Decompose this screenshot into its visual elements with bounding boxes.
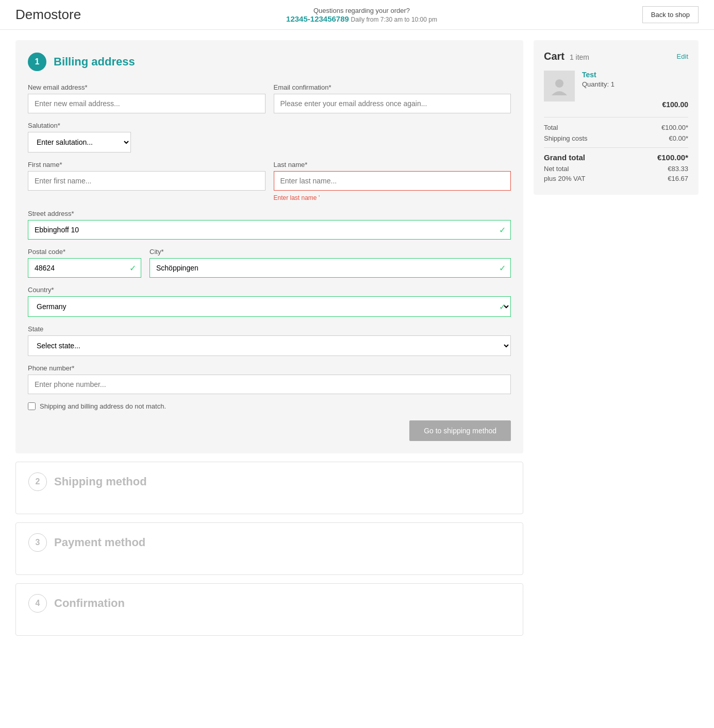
country-check-icon: ✓ — [499, 302, 506, 312]
first-name-label: First name* — [28, 161, 265, 168]
last-name-group: Last name* Enter last name ' — [274, 161, 511, 201]
step-4-badge: 4 — [28, 594, 47, 613]
step-2-badge: 2 — [28, 472, 47, 491]
last-name-error: Enter last name ' — [274, 194, 511, 201]
payment-title: Payment method — [54, 536, 145, 549]
contact-info: Questions regarding your order? 12345-12… — [286, 7, 437, 23]
city-input-wrapper: ✓ — [150, 258, 511, 278]
cart-shipping-row: Shipping costs €0.00* — [544, 134, 688, 142]
cart-title-area: Cart 1 item — [544, 50, 589, 62]
postal-city-row: Postal code* ✓ City* ✓ — [28, 248, 511, 278]
state-select[interactable]: Select state... — [28, 335, 511, 356]
step-3-badge: 3 — [28, 533, 47, 552]
payment-header: 3 Payment method — [28, 533, 510, 552]
street-input[interactable] — [28, 220, 511, 240]
email-confirm-label: Email confirmation* — [274, 83, 511, 91]
cart-item-name: Test — [582, 71, 688, 79]
shipping-title: Shipping method — [54, 475, 147, 488]
phone-input[interactable] — [28, 375, 511, 394]
salutation-label: Salutation* — [28, 122, 131, 129]
logo: Demostore — [15, 7, 81, 23]
postal-input[interactable] — [28, 258, 141, 278]
email-confirm-group: Email confirmation* — [274, 83, 511, 113]
city-check-icon: ✓ — [499, 263, 506, 273]
street-input-wrapper: ✓ — [28, 220, 511, 240]
last-name-label: Last name* — [274, 161, 511, 168]
net-total-label: Net total — [544, 165, 569, 173]
country-select[interactable]: Germany United States United Kingdom — [28, 296, 511, 317]
contact-question: Questions regarding your order? — [286, 7, 437, 14]
cart-column: Cart 1 item Edit Test Quantity: 1 €100.0… — [534, 40, 699, 644]
cart-header: Cart 1 item Edit — [544, 50, 688, 62]
shipping-header: 2 Shipping method — [28, 472, 510, 491]
cart-item-image — [544, 71, 575, 101]
country-group: Country* Germany United States United Ki… — [28, 286, 511, 317]
cart-title: Cart — [544, 50, 564, 62]
billing-header: 1 Billing address — [28, 53, 511, 71]
address-match-checkbox[interactable] — [28, 402, 36, 410]
last-name-input[interactable] — [274, 171, 511, 191]
total-value: €100.00* — [661, 124, 688, 131]
cart-panel: Cart 1 item Edit Test Quantity: 1 €100.0… — [534, 40, 699, 195]
salutation-select[interactable]: Enter salutation... Mr. Mrs. — [28, 132, 131, 153]
salutation-group: Salutation* Enter salutation... Mr. Mrs. — [28, 122, 131, 153]
confirmation-title: Confirmation — [54, 597, 125, 610]
vat-value: €16.67 — [668, 175, 688, 182]
street-group: Street address* ✓ — [28, 210, 511, 240]
email-confirm-input[interactable] — [274, 94, 511, 113]
cart-grand-total-row: Grand total €100.00* — [544, 147, 688, 162]
email-input[interactable] — [28, 94, 265, 113]
email-row: New email address* Email confirmation* — [28, 83, 511, 113]
grand-total-value: €100.00* — [657, 153, 688, 162]
first-name-group: First name* — [28, 161, 265, 201]
cart-divider — [544, 117, 688, 117]
svg-point-0 — [555, 79, 563, 88]
left-column: 1 Billing address New email address* Ema… — [15, 40, 523, 644]
country-row: Country* Germany United States United Ki… — [28, 286, 511, 317]
logo-light: store — [51, 7, 81, 22]
country-select-wrapper: Germany United States United Kingdom ✓ — [28, 296, 511, 317]
cart-item: Test Quantity: 1 €100.00 — [544, 71, 688, 109]
city-input[interactable] — [150, 258, 511, 278]
cart-item-info: Test Quantity: 1 €100.00 — [582, 71, 688, 109]
cart-edit-link[interactable]: Edit — [677, 53, 688, 60]
shipping-label: Shipping costs — [544, 134, 588, 142]
hours-text: Daily from 7:30 am to 10:00 pm — [351, 16, 437, 23]
shipping-method-section: 2 Shipping method — [15, 462, 523, 514]
street-check-icon: ✓ — [499, 225, 506, 235]
confirmation-header: 4 Confirmation — [28, 594, 510, 613]
total-label: Total — [544, 124, 558, 131]
salutation-row: Salutation* Enter salutation... Mr. Mrs. — [28, 122, 511, 153]
street-row: Street address* ✓ — [28, 210, 511, 240]
billing-title: Billing address — [54, 55, 135, 69]
state-row: State Select state... — [28, 325, 511, 356]
vat-label: plus 20% VAT — [544, 175, 585, 182]
grand-total-label: Grand total — [544, 153, 585, 162]
name-row: First name* Last name* Enter last name ' — [28, 161, 511, 201]
cart-item-price: €100.00 — [582, 100, 688, 109]
state-group: State Select state... — [28, 325, 511, 356]
postal-label: Postal code* — [28, 248, 141, 256]
phone-label: Phone number* — [28, 364, 511, 372]
cart-count: 1 item — [570, 53, 589, 61]
cart-net-row: Net total €83.33 — [544, 165, 688, 173]
main-layout: 1 Billing address New email address* Ema… — [0, 30, 714, 654]
shipping-value: €0.00* — [669, 134, 688, 142]
confirmation-section: 4 Confirmation — [15, 583, 523, 636]
billing-section: 1 Billing address New email address* Ema… — [15, 40, 523, 453]
email-group: New email address* — [28, 83, 265, 113]
phone-row: Phone number* — [28, 364, 511, 394]
postal-group: Postal code* ✓ — [28, 248, 141, 278]
phone-link[interactable]: 12345-123456789 — [286, 14, 349, 23]
payment-method-section: 3 Payment method — [15, 522, 523, 575]
postal-check-icon: ✓ — [129, 263, 136, 273]
submit-area: Go to shipping method — [28, 420, 511, 441]
address-match-label[interactable]: Shipping and billing address do not matc… — [40, 402, 166, 410]
first-name-input[interactable] — [28, 171, 265, 191]
go-to-shipping-button[interactable]: Go to shipping method — [409, 420, 511, 441]
cart-total-row: Total €100.00* — [544, 124, 688, 131]
back-to-shop-button[interactable]: Back to shop — [642, 6, 699, 23]
city-group: City* ✓ — [150, 248, 511, 278]
cart-totals: Total €100.00* Shipping costs €0.00* Gra… — [544, 124, 688, 182]
step-1-badge: 1 — [28, 53, 46, 71]
